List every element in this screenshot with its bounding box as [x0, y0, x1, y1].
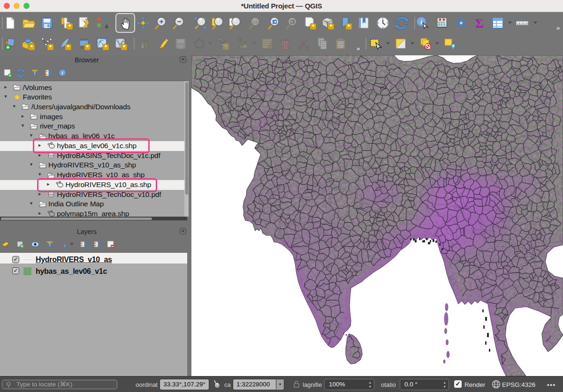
svg-text:1:1: 1:1 — [252, 20, 258, 24]
svg-text:i: i — [62, 70, 63, 75]
svg-text:a: a — [105, 23, 108, 30]
svg-text:Σ: Σ — [475, 16, 484, 30]
svg-text:i: i — [420, 18, 422, 25]
svg-text:ε: ε — [59, 241, 62, 248]
